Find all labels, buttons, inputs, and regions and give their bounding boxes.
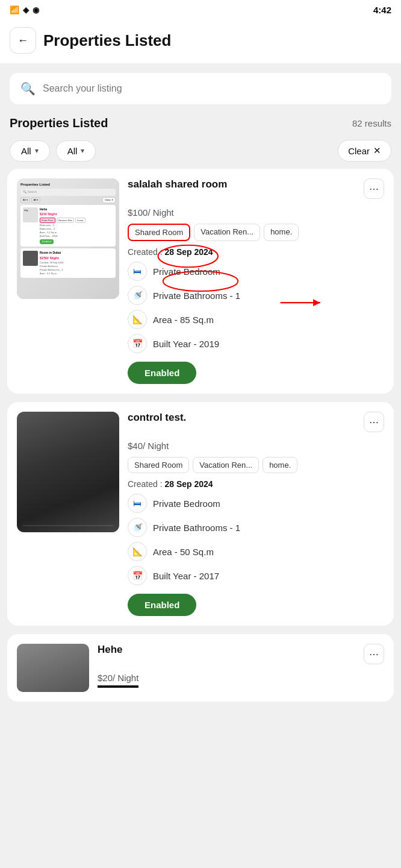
clear-icon: ✕ — [373, 145, 381, 156]
card-3-price: $20/ Night — [98, 667, 138, 688]
property-card-2: control test. ⋯ $40/ Night Shared Room V… — [7, 402, 394, 626]
card-3-top: Hehe ⋯ $20/ Night — [17, 644, 384, 692]
card-1-area: 📐 Area - 85 Sq.m — [128, 310, 384, 329]
card-2-tag-3: home. — [263, 457, 297, 473]
card-3-more-button[interactable]: ⋯ — [364, 644, 384, 664]
card-2-tags: Shared Room Vacation Ren... home. — [128, 457, 384, 473]
card-2-image — [17, 412, 119, 532]
card-1-bathrooms: 🚿 Private Bathrooms - 1 — [128, 286, 384, 305]
header: ← Properties Listed — [0, 20, 401, 63]
property-list: Properties Listed 🔍 Search All ▾ All ▾ C… — [0, 169, 401, 702]
card-2-bedroom: 🛏 Private Bedroom — [128, 494, 384, 513]
area-icon-2: 📐 — [128, 542, 147, 561]
card-1-tag-2: Vacation Ren... — [194, 224, 260, 241]
bed-icon-2: 🛏 — [128, 494, 147, 513]
list-section-title: Properties Listed — [10, 116, 108, 130]
list-header: Properties Listed 82 results — [0, 109, 401, 135]
card-3-name-row: Hehe ⋯ — [98, 644, 384, 664]
bed-icon-1: 🛏 — [128, 262, 147, 281]
page-title: Properties Listed — [43, 31, 171, 50]
bath-icon-2: 🚿 — [128, 518, 147, 537]
card-1-bedroom: 🛏 Private Bedroom — [128, 262, 384, 281]
filter-all-1[interactable]: All ▾ — [10, 140, 50, 162]
network-icon: ◉ — [33, 5, 39, 14]
card-2-area: 📐 Area - 50 Sq.m — [128, 542, 384, 561]
calendar-icon-2: 📅 — [128, 566, 147, 585]
card-2-name-row: control test. ⋯ — [128, 412, 384, 432]
card-2-top: control test. ⋯ $40/ Night Shared Room V… — [17, 412, 384, 616]
card-1-tag-3: home. — [264, 224, 299, 241]
card-1-name: salalah shared room — [128, 178, 364, 190]
card-2-tag-2: Vacation Ren... — [193, 457, 259, 473]
area-icon-1: 📐 — [128, 310, 147, 329]
calendar-icon-1: 📅 — [128, 334, 147, 353]
signal-icon: 📶 — [10, 5, 19, 14]
card-2-name: control test. — [128, 412, 364, 424]
card-3-body: Hehe ⋯ $20/ Night — [98, 644, 384, 690]
property-card-3: Hehe ⋯ $20/ Night — [7, 634, 394, 702]
card-1-created: Created : 28 Sep 2024 — [128, 247, 384, 257]
wifi-icon: ◈ — [23, 5, 29, 14]
filter-2-label: All — [67, 146, 78, 156]
card-2-body: control test. ⋯ $40/ Night Shared Room V… — [128, 412, 384, 616]
clear-button[interactable]: Clear ✕ — [338, 140, 391, 162]
card-2-status-button[interactable]: Enabled — [128, 594, 196, 616]
property-card-1: Properties Listed 🔍 Search All ▾ All ▾ C… — [7, 169, 394, 394]
card-1-status-button[interactable]: Enabled — [128, 362, 196, 384]
bath-icon-1: 🚿 — [128, 286, 147, 305]
card-1-builtyear: 📅 Built Year - 2019 — [128, 334, 384, 353]
chevron-down-icon-1: ▾ — [35, 146, 39, 155]
card-2-details: Created : 28 Sep 2024 🛏 Private Bedroom … — [128, 479, 384, 616]
filter-1-label: All — [21, 146, 31, 156]
card-2-created: Created : 28 Sep 2024 — [128, 479, 384, 489]
card-3-image — [17, 644, 89, 692]
card-1-price: $100/ Night — [128, 201, 384, 220]
filter-all-2[interactable]: All ▾ — [56, 140, 96, 162]
status-time: 4:42 — [373, 5, 391, 15]
card-1-top: Properties Listed 🔍 Search All ▾ All ▾ C… — [17, 178, 384, 384]
card-1-name-row: salalah shared room ⋯ — [128, 178, 384, 199]
card-1-image: Properties Listed 🔍 Search All ▾ All ▾ C… — [17, 178, 119, 299]
filter-row: All ▾ All ▾ Clear ✕ — [0, 135, 401, 169]
back-button[interactable]: ← — [10, 27, 36, 54]
card-1-tags: Shared Room Vacation Ren... home. — [128, 224, 384, 241]
card-2-tag-1: Shared Room — [128, 457, 189, 473]
results-count: 82 results — [352, 118, 391, 128]
search-bar: 🔍 — [10, 73, 391, 104]
search-icon: 🔍 — [20, 81, 36, 96]
card-2-builtyear: 📅 Built Year - 2017 — [128, 566, 384, 585]
chevron-down-icon-2: ▾ — [81, 146, 84, 155]
card-3-name: Hehe — [98, 644, 364, 656]
card-2-more-button[interactable]: ⋯ — [364, 412, 384, 432]
card-1-tag-1: Shared Room — [128, 224, 190, 241]
card-1-body: salalah shared room ⋯ $100/ Night Shared… — [128, 178, 384, 384]
card-2-bathrooms: 🚿 Private Bathrooms - 1 — [128, 518, 384, 537]
status-bar: 📶 ◈ ◉ 4:42 — [0, 0, 401, 20]
card-2-price: $40/ Night — [128, 435, 384, 453]
status-left: 📶 ◈ ◉ — [10, 5, 39, 14]
search-section: 🔍 — [0, 63, 401, 109]
card-1-details: Created : 28 Sep 2024 🛏 Private Bedroom … — [128, 247, 384, 384]
search-input[interactable] — [43, 83, 381, 94]
clear-label: Clear — [348, 146, 370, 156]
card-1-more-button[interactable]: ⋯ — [364, 178, 384, 199]
